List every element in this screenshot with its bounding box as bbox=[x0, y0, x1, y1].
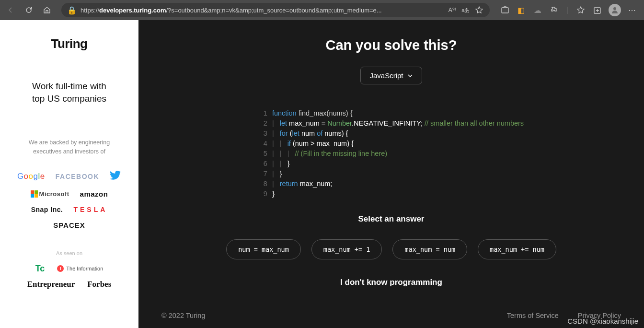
language-selector[interactable]: JavaScript bbox=[360, 67, 422, 84]
code-line: 5| | | // (Fill in the missing line here… bbox=[259, 149, 524, 159]
svg-rect-0 bbox=[502, 8, 508, 13]
watermark: CSDN @xiaokanshijie bbox=[567, 317, 638, 325]
toolbar-icons: ◧ ☁ | ⋯ bbox=[497, 4, 640, 16]
ext-icon-1[interactable]: ◧ bbox=[517, 5, 526, 15]
back-button[interactable] bbox=[4, 3, 17, 17]
svg-point-2 bbox=[613, 7, 616, 10]
answer-options: num = max_nummax_num += 1max_num = numma… bbox=[161, 239, 621, 259]
url-text: https://developers.turing.com/?s=outboun… bbox=[80, 7, 444, 14]
address-bar[interactable]: 🔒 https://developers.turing.com/?s=outbo… bbox=[61, 3, 490, 17]
code-block: 1function find_max(nums) {2| let max_num… bbox=[259, 108, 524, 199]
code-line: 8| return max_num; bbox=[259, 179, 524, 189]
snap-logo: Snap Inc. bbox=[31, 206, 63, 213]
code-line: 6| | } bbox=[259, 159, 524, 169]
as-seen-on: As seen on bbox=[10, 250, 129, 256]
microsoft-logo: Microsoft bbox=[31, 190, 69, 198]
read-aloud-icon[interactable]: A⁹⁾ bbox=[448, 5, 457, 15]
translate-icon[interactable]: aあ bbox=[461, 5, 471, 15]
page-content: Turing Work full-time withtop US compani… bbox=[0, 20, 644, 328]
code-line: 4| | if (num > max_num) { bbox=[259, 139, 524, 149]
google-logo: Google bbox=[17, 172, 45, 181]
code-line: 9} bbox=[259, 189, 524, 199]
answer-option[interactable]: max_num = num bbox=[392, 239, 467, 259]
footer: © 2022 Turing Terms of Service Privacy P… bbox=[161, 306, 621, 319]
answer-option[interactable]: num = max_num bbox=[226, 239, 301, 259]
sidebar: Turing Work full-time withtop US compani… bbox=[0, 20, 138, 328]
dont-know-button[interactable]: I don't know programming bbox=[161, 278, 621, 287]
browser-toolbar: 🔒 https://developers.turing.com/?s=outbo… bbox=[0, 0, 644, 20]
terms-link[interactable]: Terms of Service bbox=[507, 312, 559, 319]
company-logos: Google FACEBOOK Microsoft amazon Snap In… bbox=[10, 171, 129, 229]
favorites-icon[interactable] bbox=[576, 5, 586, 15]
press-logos: Tc IThe Information Entrepreneur Forbes bbox=[10, 264, 129, 289]
spacex-logo: SPACEX bbox=[53, 221, 85, 229]
screenshot-icon[interactable] bbox=[500, 5, 510, 15]
tagline: Work full-time withtop US companies bbox=[10, 80, 129, 105]
answer-option[interactable]: max_num += 1 bbox=[311, 239, 382, 259]
page-title: Can you solve this? bbox=[161, 37, 621, 53]
copyright: © 2022 Turing bbox=[161, 312, 205, 319]
code-line: 3| for (let num of nums) { bbox=[259, 129, 524, 139]
amazon-logo: amazon bbox=[80, 190, 108, 198]
information-logo: IThe Information bbox=[57, 265, 103, 272]
more-icon[interactable]: ⋯ bbox=[628, 5, 637, 15]
facebook-logo: FACEBOOK bbox=[56, 173, 99, 180]
extensions-icon[interactable] bbox=[549, 5, 559, 15]
backed-by-text: We are backed by engineeringexecutives a… bbox=[10, 138, 129, 156]
entrepreneur-logo: Entrepreneur bbox=[27, 280, 75, 289]
turing-logo: Turing bbox=[10, 36, 129, 51]
tesla-logo: TESLA bbox=[73, 206, 107, 213]
code-line: 7| } bbox=[259, 169, 524, 179]
ext-icon-2[interactable]: ☁ bbox=[533, 5, 542, 15]
home-button[interactable] bbox=[40, 3, 54, 17]
code-line: 2| let max_num = Number.NEGATIVE_INFINIT… bbox=[259, 118, 524, 129]
twitter-logo bbox=[110, 171, 121, 182]
refresh-button[interactable] bbox=[22, 3, 35, 17]
chevron-down-icon bbox=[407, 73, 413, 79]
profile-avatar[interactable] bbox=[609, 4, 621, 16]
select-answer-label: Select an answer bbox=[161, 214, 621, 224]
answer-option[interactable]: max_num += num bbox=[478, 239, 556, 259]
favorite-icon[interactable] bbox=[474, 5, 484, 15]
main-content: Can you solve this? JavaScript 1function… bbox=[138, 20, 644, 328]
techcrunch-logo: Tc bbox=[35, 264, 45, 274]
forbes-logo: Forbes bbox=[87, 280, 111, 289]
lock-icon: 🔒 bbox=[67, 6, 77, 15]
code-line: 1function find_max(nums) { bbox=[259, 108, 524, 118]
collections-icon[interactable] bbox=[592, 5, 602, 15]
